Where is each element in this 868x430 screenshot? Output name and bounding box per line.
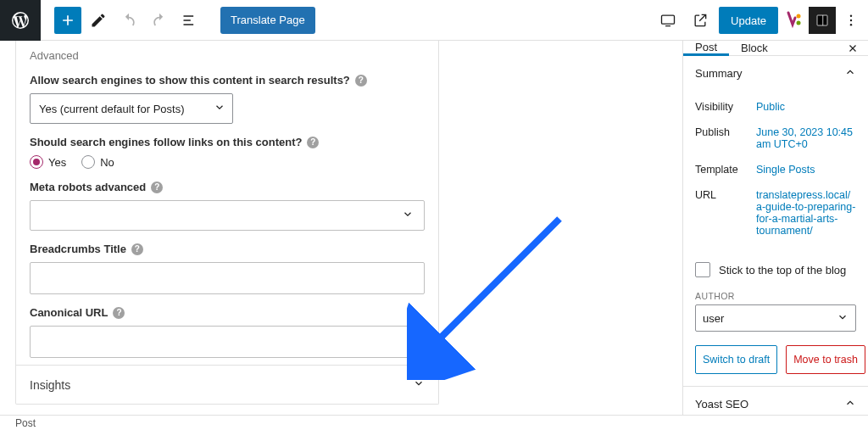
chevron-up-icon — [844, 397, 856, 411]
url-value[interactable]: translatepress.local/a-guide-to-preparin… — [756, 189, 856, 237]
help-icon[interactable]: ? — [307, 137, 319, 148]
settings-sidebar-toggle[interactable] — [809, 7, 836, 34]
meta-robots-label: Meta robots advanced? — [30, 181, 425, 193]
summary-toggle[interactable]: Summary — [683, 56, 868, 91]
help-icon[interactable]: ? — [151, 181, 163, 193]
external-preview-icon[interactable] — [687, 7, 714, 34]
device-preview-icon[interactable] — [654, 7, 682, 34]
stick-top-label: Stick to the top of the blog — [719, 264, 846, 276]
allow-search-label: Allow search engines to show this conten… — [30, 74, 425, 87]
follow-yes-radio[interactable]: Yes — [30, 155, 66, 169]
section-title: Advanced — [30, 46, 425, 62]
canonical-url-label: Canonical URL? — [30, 306, 425, 319]
svg-point-4 — [850, 15, 852, 17]
stick-top-checkbox[interactable] — [695, 262, 710, 277]
canonical-url-input[interactable] — [30, 326, 425, 358]
insights-toggle[interactable]: Insights — [16, 365, 438, 404]
url-label: URL — [695, 189, 756, 237]
editor-toolbar: Translate Page Update — [0, 0, 868, 41]
publish-label: Publish — [695, 126, 756, 150]
svg-point-5 — [850, 20, 852, 21]
chevron-down-icon — [413, 377, 425, 392]
visibility-value[interactable]: Public — [756, 101, 856, 113]
add-block-button[interactable] — [54, 7, 81, 34]
author-select[interactable]: user — [695, 304, 856, 332]
update-button[interactable]: Update — [719, 7, 778, 34]
translate-page-button[interactable]: Translate Page — [220, 7, 315, 34]
yoast-advanced-panel: Advanced Allow search engines to show th… — [15, 41, 439, 405]
help-icon[interactable]: ? — [355, 75, 367, 87]
breadcrumb: Post — [0, 415, 868, 430]
svg-rect-3 — [817, 15, 827, 25]
help-icon[interactable]: ? — [113, 307, 125, 319]
meta-robots-select[interactable] — [30, 200, 425, 231]
editor-canvas: Advanced Allow search engines to show th… — [0, 41, 682, 415]
document-overview-icon[interactable] — [176, 7, 203, 34]
svg-rect-0 — [662, 15, 675, 24]
visibility-label: Visibility — [695, 101, 756, 113]
yoast-icon[interactable] — [783, 10, 804, 31]
svg-point-6 — [850, 24, 852, 25]
chevron-down-icon — [837, 311, 849, 326]
switch-to-draft-button[interactable]: Switch to draft — [695, 345, 777, 374]
allow-search-select[interactable]: Yes (current default for Posts) — [30, 93, 233, 124]
template-value[interactable]: Single Posts — [756, 164, 856, 176]
author-heading: AUTHOR — [683, 288, 868, 304]
move-to-trash-button[interactable]: Move to trash — [786, 345, 865, 374]
tab-post[interactable]: Post — [683, 42, 729, 56]
publish-value[interactable]: June 30, 2023 10:45 am UTC+0 — [756, 126, 856, 150]
svg-point-1 — [797, 14, 801, 19]
chevron-down-icon — [214, 102, 225, 116]
redo-icon[interactable] — [146, 7, 173, 34]
undo-icon[interactable] — [115, 7, 142, 34]
template-label: Template — [695, 164, 756, 176]
help-icon[interactable]: ? — [131, 243, 143, 255]
chevron-down-icon — [402, 209, 414, 223]
tab-block[interactable]: Block — [729, 41, 780, 55]
follow-no-radio[interactable]: No — [81, 155, 114, 169]
follow-links-label: Should search engines follow links on th… — [30, 136, 425, 148]
breadcrumbs-title-input[interactable] — [30, 262, 425, 294]
breadcrumbs-title-label: Breadcrumbs Title? — [30, 243, 425, 255]
svg-line-7 — [428, 219, 559, 350]
settings-sidebar: Post Block Summary VisibilityPublic Publ… — [682, 41, 868, 415]
chevron-up-icon — [844, 66, 856, 81]
options-menu-icon[interactable] — [841, 7, 861, 34]
svg-point-2 — [797, 21, 801, 25]
wordpress-logo[interactable] — [0, 0, 41, 41]
edit-mode-icon[interactable] — [85, 7, 112, 34]
close-sidebar-icon[interactable] — [844, 40, 861, 57]
